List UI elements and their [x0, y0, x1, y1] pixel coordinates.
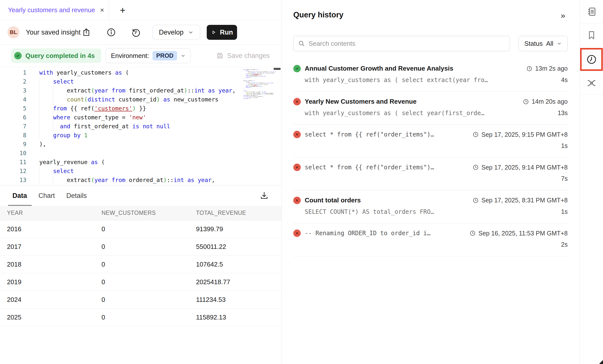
history-item-row: with yearly_customers as ( select year(f… [293, 109, 568, 117]
column-header: NEW_CUSTOMERS [95, 210, 189, 216]
share-icon [82, 28, 91, 37]
search-icon [298, 40, 305, 47]
history-item-query-preview: SELECT COUNT(*) AS total_orders FRO… [305, 208, 556, 215]
history-item-timestamp: Sep 17, 2025, 9:14 PM GMT+8 [472, 164, 568, 171]
develop-button[interactable]: Develop [152, 25, 200, 40]
share-button[interactable] [81, 27, 92, 38]
history-item-query-preview: with yearly_customers as ( select extrac… [305, 77, 556, 84]
query-history-panel-button-highlighted[interactable] [580, 48, 603, 71]
history-item[interactable]: Annual Customer Growth and Revenue Analy… [293, 59, 568, 92]
environment-selector[interactable]: Environment: PROD [106, 48, 191, 63]
status-filter-label: Status [524, 40, 543, 47]
tab-yearly-customers[interactable]: Yearly customers and revenue × [0, 0, 104, 20]
line-number: 12 [0, 167, 26, 176]
code-line: 8 group by 1 [0, 131, 236, 140]
code-line: 9), [0, 140, 236, 149]
table-cell: 115892.13 [189, 314, 282, 321]
history-item-duration: 1s [561, 142, 568, 149]
table-cell: 0 [95, 278, 189, 286]
history-item[interactable]: select * from {{ ref("order_items")…Sep … [293, 125, 568, 158]
history-item-row: with yearly_customers as ( select extrac… [293, 76, 568, 84]
timestamp-text: Sep 16, 2025, 11:53 PM GMT+8 [478, 230, 568, 237]
table-row: 20250115892.13 [0, 309, 282, 326]
table-cell: 0 [95, 261, 189, 268]
history-item[interactable]: select * from {{ ref("order_items")…Sep … [293, 158, 568, 190]
success-check-icon [14, 52, 22, 59]
clock-icon [586, 54, 597, 65]
info-button[interactable] [105, 27, 117, 38]
close-tab-icon[interactable]: × [100, 7, 104, 14]
search-input[interactable] [309, 40, 510, 47]
results-table-body: 2016091399.7920170550011.2220180107642.5… [0, 220, 282, 326]
code-text: count(distinct customer_id) as new_custo… [26, 95, 218, 104]
clock-icon [472, 131, 479, 138]
environment-value-badge: PROD [152, 51, 177, 60]
clock-icon [523, 98, 529, 105]
insight-toolbar: BL Your saved insight Develop Run [0, 20, 282, 45]
table-cell: 2019 [0, 278, 95, 286]
history-item-timestamp: 14m 20s ago [523, 98, 568, 105]
table-row: 2016091399.79 [0, 220, 282, 238]
status-filter-value: All [546, 40, 553, 47]
code-line: 13 extract(year from ordered_at)::int as… [0, 176, 236, 184]
history-item[interactable]: Count total ordersSep 17, 2025, 8:31 PM … [293, 190, 568, 224]
run-button[interactable]: Run [207, 25, 237, 40]
clock-icon [526, 65, 533, 72]
code-line: 10 [0, 149, 236, 158]
sql-editor[interactable]: 1with yearly_customers as (2 select3 ext… [0, 67, 282, 185]
tab-data[interactable]: Data [12, 192, 27, 200]
query-editor-panel: Yearly customers and revenue × + BL Your… [0, 0, 282, 364]
download-results-button[interactable] [259, 191, 269, 200]
tab-details[interactable]: Details [66, 192, 87, 200]
history-item[interactable]: Yearly New Customers and Revenue14m 20s … [293, 92, 568, 125]
minimap-line: order by 1 [243, 98, 276, 99]
code-text: extract(year from first_ordered_at)::int… [26, 86, 236, 95]
line-number: 5 [0, 104, 26, 113]
editor-minimap[interactable]: with yearly_customers as ( select extrac… [243, 69, 276, 99]
table-cell: 0 [95, 296, 189, 304]
error-status-icon [293, 131, 301, 138]
table-cell: 2025 [0, 314, 95, 321]
history-icon [131, 27, 141, 37]
table-cell: 550011.22 [189, 243, 282, 251]
chevron-down-icon [181, 53, 186, 58]
code-line: 1with yearly_customers as ( [0, 68, 236, 77]
code-line: 11yearly_revenue as ( [0, 158, 236, 167]
bookmarks-panel-button[interactable] [580, 29, 603, 41]
query-history-panel: Query history » Status All Annual Custom… [282, 0, 580, 364]
history-controls: Status All [293, 36, 568, 51]
code-line: 12 select [0, 167, 236, 176]
history-item-title: select * from {{ ref("order_items")… [305, 131, 467, 138]
line-number: 1 [0, 68, 26, 77]
history-item-timestamp: Sep 16, 2025, 11:53 PM GMT+8 [469, 230, 568, 237]
history-item[interactable]: -- Renaming ORDER_ID to order_id i…Sep 1… [293, 224, 568, 256]
code-text: with yearly_customers as ( [26, 68, 129, 77]
history-item-timestamp: 13m 2s ago [526, 65, 568, 72]
history-item-title: Annual Customer Growth and Revenue Analy… [305, 65, 521, 72]
status-filter-dropdown[interactable]: Status All [518, 36, 568, 51]
line-number: 10 [0, 149, 26, 158]
notebook-panel-button[interactable] [580, 6, 603, 18]
save-changes-button[interactable]: Save changes [216, 52, 270, 60]
editor-scrollbar-thumb[interactable] [274, 68, 281, 70]
version-history-button[interactable] [130, 27, 142, 38]
rail-divider [580, 94, 603, 95]
history-item-title: select * from {{ ref("order_items")… [305, 164, 467, 171]
resize-corner [599, 360, 603, 364]
table-cell: 2024 [0, 296, 95, 304]
timestamp-text: 13m 2s ago [535, 65, 568, 72]
history-item-duration: 4s [561, 76, 568, 84]
table-cell: 2017 [0, 243, 95, 251]
search-box[interactable] [293, 36, 510, 51]
bookmark-icon [586, 30, 597, 41]
new-tab-button[interactable]: + [120, 0, 125, 20]
tab-chart[interactable]: Chart [39, 192, 55, 200]
code-text: ), [26, 140, 46, 149]
code-line: 4 count(distinct customer_id) as new_cus… [0, 95, 236, 104]
minimap-text: ), [243, 78, 245, 79]
collapse-panel-icon[interactable]: » [561, 11, 565, 20]
line-number: 11 [0, 158, 26, 167]
lineage-panel-button[interactable] [580, 77, 603, 89]
history-item-row: select * from {{ ref("order_items")…Sep … [293, 164, 568, 171]
notebook-icon [586, 6, 597, 17]
